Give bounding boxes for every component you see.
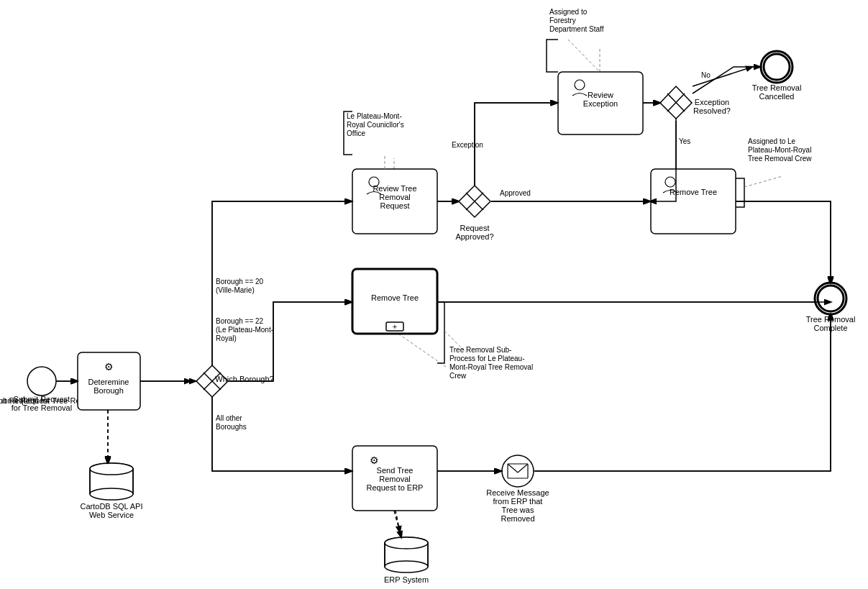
councillors-office-label3: Office	[347, 129, 365, 137]
svg-line-42	[744, 176, 782, 187]
remove-tree-2-label: Remove Tree	[371, 293, 419, 302]
review-tree-removal-label1: Review Tree	[373, 184, 416, 193]
all-other-label1: All other	[216, 414, 242, 422]
borough-20-label1: Borough == 20	[216, 278, 264, 286]
borough-22-label1: Borough == 22	[216, 317, 264, 325]
svg-point-38	[761, 51, 792, 83]
svg-point-51	[385, 561, 428, 572]
svg-point-56	[815, 283, 846, 314]
request-approved-label2: Approved?	[455, 232, 493, 241]
subprocess-label1: Tree Removal Sub-	[449, 346, 511, 354]
svg-line-34	[568, 40, 600, 72]
gear-icon-2: ⚙	[370, 455, 379, 466]
cartodb-label1: CartoDB SQL API	[80, 502, 142, 511]
send-erp-label3: Request to ERP	[367, 483, 424, 492]
exception-label: Exception	[452, 141, 483, 149]
forestry-staff-label3: Department Staff	[549, 25, 604, 33]
receive-msg-label1: Receive Message	[486, 488, 549, 497]
plateau-crew-label3: Tree Removal Crew	[748, 155, 812, 163]
all-other-label2: Boroughs	[216, 423, 247, 431]
tree-removal-cancelled-label2: Cancelled	[759, 92, 795, 101]
send-tree-erp-task: ⚙ Send Tree Removal Request to ERP	[352, 446, 437, 511]
review-tree-removal-label3: Request	[380, 201, 410, 210]
svg-point-21	[90, 463, 133, 475]
tree-removal-complete-event	[815, 283, 846, 314]
receive-msg-label2: from ERP that	[493, 497, 543, 506]
receive-msg-label3: Tree was	[502, 506, 534, 514]
svg-line-53	[394, 511, 401, 537]
tree-removal-cancelled-event	[761, 51, 792, 83]
review-tree-removal-task: Review Tree Removal Request	[352, 169, 437, 234]
send-erp-label2: Removal	[379, 475, 410, 483]
svg-point-14	[27, 367, 56, 396]
cartodb-datastore: CartoDB SQL API Web Service	[80, 463, 142, 519]
gear-icon: ⚙	[104, 361, 114, 373]
erp-label: ERP System	[384, 575, 429, 584]
subprocess-label4: Crew	[449, 372, 467, 380]
diagram-svg: Submit Request for Tree Removal Submit R…	[0, 0, 868, 589]
determine-borough-label2: Borough	[93, 386, 124, 395]
svg-line-10	[394, 331, 446, 367]
plateau-crew-label2: Plateau-Mont-Royal	[748, 146, 811, 154]
start-event	[27, 367, 56, 396]
borough-22-label2: (Le Plateau-Mont-	[216, 326, 273, 334]
remove-tree-2-task: Remove Tree +	[352, 269, 437, 334]
svg-point-20	[90, 488, 133, 500]
bpmn-diagram: Submit Request for Tree Removal Submit R…	[0, 0, 868, 589]
review-exception-task: Review Exception	[558, 72, 643, 134]
request-approved-gateway	[459, 186, 490, 217]
review-tree-removal-label2: Removal	[379, 193, 410, 201]
borough-20-label2: (Ville-Marie)	[216, 286, 255, 294]
receive-msg-label4: Removed	[501, 514, 534, 523]
no-label: No	[701, 71, 711, 79]
receive-message-event	[502, 455, 534, 487]
councillors-office-label1: Le Plateau-Mont-	[347, 112, 402, 120]
forestry-staff-label2: Forestry	[549, 17, 576, 24]
borough-22-label3: Royal)	[216, 334, 237, 342]
councillors-office-label2: Royal Counicllor's	[347, 121, 404, 129]
remove-tree-1-label1: Remove Tree	[670, 188, 717, 196]
plateau-crew-label1: Assigned to Le	[748, 137, 796, 145]
send-erp-label1: Send Tree	[377, 466, 414, 475]
forestry-staff-label1: Assigned to	[549, 8, 588, 16]
request-approved-label1: Request	[460, 224, 490, 232]
tree-removal-cancelled-label1: Tree Removal	[752, 83, 802, 92]
approved-label: Approved	[500, 189, 531, 197]
cartodb-label2: Web Service	[89, 511, 134, 519]
exception-resolved-label1: Exception	[695, 98, 729, 106]
which-borough-label: Which Borough?	[215, 375, 273, 383]
determine-borough-task: ⚙ Deteremine Borough	[78, 352, 140, 410]
start-event-line2: for Tree Removal	[12, 403, 72, 412]
review-exception-label2: Exception	[583, 99, 618, 108]
review-exception-label1: Review	[588, 91, 613, 99]
subprocess-label2: Process for Le Plateau-	[449, 355, 525, 362]
yes-label: Yes	[679, 137, 690, 145]
subprocess-label3: Mont-Royal Tree Removal	[449, 363, 533, 371]
subprocess-plus-icon: +	[393, 322, 397, 331]
erp-datastore: ERP System	[384, 537, 429, 584]
determine-borough-label1: Deteremine	[88, 378, 129, 386]
exception-resolved-label2: Resolved?	[693, 106, 731, 115]
start-event-line1: Submit Request	[14, 395, 70, 403]
exception-resolved-gateway	[660, 86, 692, 119]
svg-point-52	[385, 537, 428, 549]
